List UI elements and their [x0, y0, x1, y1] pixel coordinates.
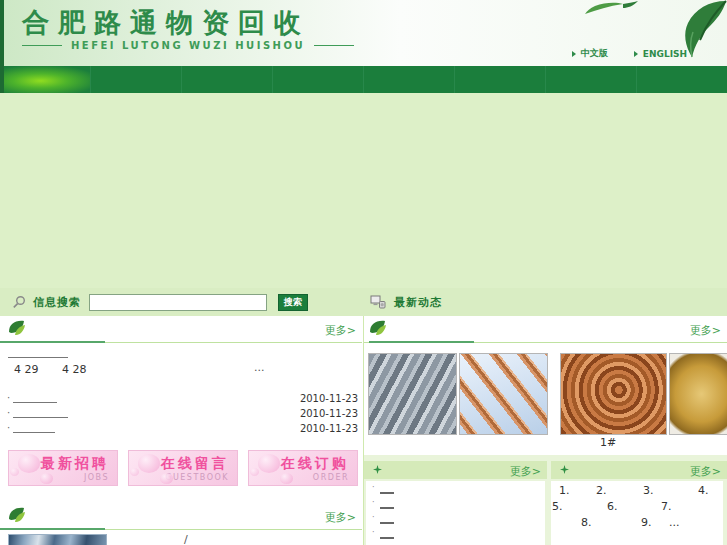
link-placeholder[interactable]	[380, 489, 394, 494]
intro-number: 4 28	[62, 363, 87, 376]
bubble-decoration	[250, 468, 259, 476]
product-image-copper-wire[interactable]	[560, 353, 667, 435]
list-bullet: ·	[372, 528, 375, 537]
nav-item-2[interactable]	[91, 66, 182, 93]
section-divider-accent	[0, 528, 105, 530]
link-placeholder[interactable]	[380, 534, 394, 539]
numbered-link[interactable]: 9.	[641, 516, 652, 529]
leaf-icon	[8, 319, 26, 336]
header: 合肥路通物资回收 HEFEI LUTONG WUZI HUISHOU 中文版 E…	[0, 0, 727, 66]
numbered-link[interactable]: 7.	[661, 500, 672, 513]
numbered-link[interactable]: 3.	[643, 484, 654, 497]
nav-item-1[interactable]	[0, 66, 91, 93]
section-divider-accent	[369, 341, 474, 343]
panel-b-numbered-list: 1. 2. 3. 4. 5. 6. 7. 8. 9. ...	[551, 481, 723, 545]
numbered-link[interactable]: ...	[669, 516, 680, 529]
page: 合肥路通物资回收 HEFEI LUTONG WUZI HUISHOU 中文版 E…	[0, 0, 727, 545]
panel-b-more-link[interactable]: 更多>	[690, 464, 721, 479]
product-image-copper-rods[interactable]	[459, 353, 548, 435]
star-icon	[560, 465, 569, 474]
logo-link[interactable]: 合肥路通物资回收 HEFEI LUTONG WUZI HUISHOU	[22, 7, 354, 51]
rule-line	[314, 45, 354, 46]
list-item: ·	[366, 496, 545, 511]
bubble-decoration	[10, 468, 19, 476]
news-row: · 2010-11-23	[0, 422, 362, 437]
search-button[interactable]: 搜索	[278, 294, 308, 311]
panel-a-more-link[interactable]: 更多>	[510, 464, 541, 479]
leaf-icon	[369, 319, 387, 336]
jobs-button[interactable]: 最新招聘 JOBS	[8, 450, 118, 486]
jobs-button-subtitle: JOBS	[84, 473, 109, 482]
search-label: 信息搜索	[33, 295, 81, 310]
search-input[interactable]	[89, 294, 267, 311]
link-placeholder[interactable]	[380, 519, 394, 524]
news-link-placeholder[interactable]	[13, 412, 68, 418]
numbered-link[interactable]: 5.	[552, 500, 563, 513]
numbered-link[interactable]: 2.	[596, 484, 607, 497]
arrow-right-icon	[572, 51, 576, 57]
nav-item-7[interactable]	[546, 66, 637, 93]
slash-text: /	[184, 533, 188, 545]
news-date: 2010-11-23	[300, 393, 358, 404]
numbered-link[interactable]: 6.	[607, 500, 618, 513]
search-icon	[12, 295, 26, 309]
news-row: · 2010-11-23	[0, 407, 362, 422]
lang-chinese-label: 中文版	[581, 47, 608, 60]
product-image-brass[interactable]	[669, 353, 727, 435]
star-icon	[373, 465, 382, 474]
list-item: ·	[366, 481, 545, 496]
numbered-link[interactable]: 4.	[698, 484, 709, 497]
news-date: 2010-11-23	[300, 423, 358, 434]
panel-a-header: 更多>	[364, 461, 547, 479]
panel-a-list: · · · ·	[366, 481, 545, 545]
list-bullet: ·	[7, 407, 10, 418]
arrow-right-icon	[634, 51, 638, 57]
news-date: 2010-11-23	[300, 408, 358, 419]
bubble-decoration	[130, 468, 139, 476]
intro-numbers: 4 29 4 28	[14, 363, 107, 376]
product-image-scrap-steel[interactable]	[368, 353, 457, 435]
order-button-title: 在线订购	[281, 455, 349, 473]
honor-section-header: 更多>	[0, 504, 362, 530]
link-placeholder[interactable]	[380, 504, 394, 509]
products-more-link[interactable]: 更多>	[690, 323, 721, 338]
search-bar: 信息搜索 搜索 最新动态	[0, 288, 727, 316]
numbered-link[interactable]: 1.	[559, 484, 570, 497]
search-group: 信息搜索 搜索	[12, 288, 308, 316]
nav-item-6[interactable]	[455, 66, 546, 93]
news-link-placeholder[interactable]	[13, 397, 57, 403]
leaf-decoration	[669, 0, 727, 58]
nav-item-3[interactable]	[182, 66, 273, 93]
leaf-icon	[8, 506, 26, 523]
jobs-button-title: 最新招聘	[41, 455, 109, 473]
computer-icon	[370, 295, 386, 310]
rule-line	[22, 45, 62, 46]
site-subtitle-row: HEFEI LUTONG WUZI HUISHOU	[22, 40, 354, 51]
news-list: · 2010-11-23 · 2010-11-23 · 2010-11-23	[0, 392, 362, 437]
intro-number: 4 29	[14, 363, 39, 376]
intro-link-placeholder[interactable]	[8, 350, 68, 358]
order-button[interactable]: 在线订购 ORDER	[248, 450, 358, 486]
list-bullet: ·	[7, 422, 10, 433]
banner-area	[0, 93, 727, 288]
nav-item-8[interactable]	[637, 66, 727, 93]
main-nav	[0, 66, 727, 93]
news-row: · 2010-11-23	[0, 392, 362, 407]
honor-more-link[interactable]: 更多>	[325, 510, 356, 525]
lang-chinese-link[interactable]: 中文版	[572, 47, 608, 60]
panel-b-header: 更多>	[551, 461, 727, 479]
numbered-link[interactable]: 8.	[581, 516, 592, 529]
guestbook-button-subtitle: GUESTBOOK	[165, 473, 229, 482]
section-divider-accent	[0, 341, 105, 343]
list-bullet: ·	[372, 498, 375, 507]
nav-item-5[interactable]	[364, 66, 455, 93]
order-button-subtitle: ORDER	[313, 473, 349, 482]
nav-item-4[interactable]	[273, 66, 364, 93]
guestbook-button[interactable]: 在线留言 GUESTBOOK	[128, 450, 238, 486]
about-more-link[interactable]: 更多>	[325, 323, 356, 338]
left-edge-strip	[0, 0, 4, 93]
honor-thumbnail[interactable]	[8, 534, 107, 545]
list-row: 5. 6. 7.	[551, 497, 723, 513]
list-item: ·	[366, 526, 545, 541]
news-link-placeholder[interactable]	[13, 427, 55, 433]
